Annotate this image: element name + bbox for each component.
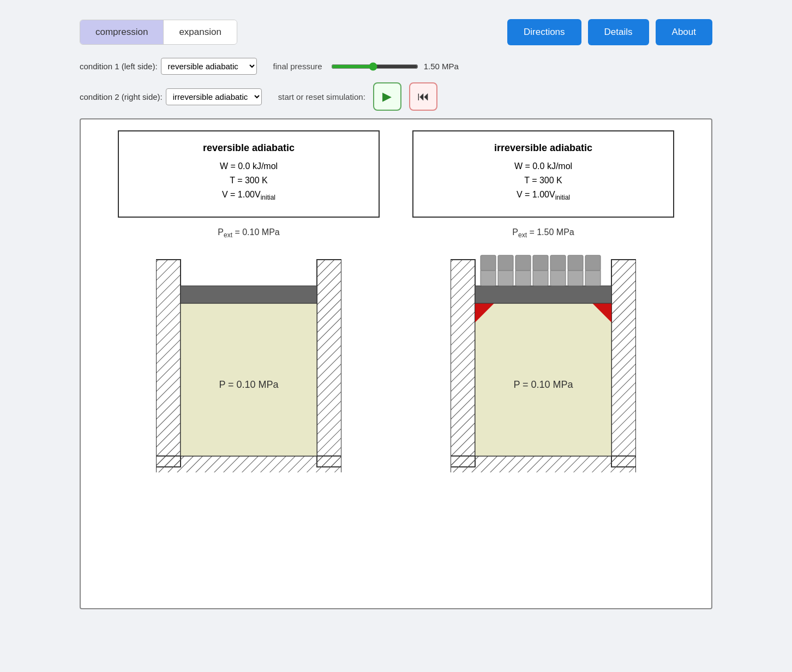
- svg-rect-23: [498, 255, 513, 271]
- reset-button[interactable]: ⏮: [409, 82, 437, 111]
- app-container: compression expansion Directions Details…: [69, 11, 723, 609]
- play-button[interactable]: ▶: [373, 82, 401, 111]
- svg-rect-10: [451, 456, 636, 472]
- pressure-display: 1.50 MPa: [424, 62, 459, 71]
- controls-row-1: condition 1 (left side): reversible adia…: [69, 53, 723, 79]
- condition2-select[interactable]: reversible adiabatic irreversible adiaba…: [166, 88, 262, 105]
- details-button[interactable]: Details: [588, 19, 649, 45]
- right-pext: Pext = 1.50 MPa: [512, 227, 574, 239]
- svg-rect-5: [181, 286, 317, 303]
- svg-rect-2: [317, 260, 341, 467]
- about-button[interactable]: About: [656, 19, 712, 45]
- svg-rect-25: [533, 255, 548, 271]
- svg-rect-24: [515, 255, 531, 271]
- sim-area: reversible adiabatic W = 0.0 kJ/mol T = …: [80, 118, 712, 609]
- svg-rect-9: [611, 260, 636, 467]
- left-cylinder: P = 0.10 MPa: [156, 243, 341, 475]
- right-T: T = 300 K: [430, 176, 657, 185]
- svg-rect-27: [568, 255, 583, 271]
- svg-rect-20: [568, 269, 583, 286]
- top-bar: compression expansion Directions Details…: [69, 11, 723, 53]
- right-W: W = 0.0 kJ/mol: [430, 161, 657, 171]
- left-V: V = 1.00Vinitial: [135, 190, 362, 201]
- slider-container: 1.50 MPa: [331, 62, 459, 71]
- left-W: W = 0.0 kJ/mol: [135, 161, 362, 171]
- tab-group: compression expansion: [80, 20, 237, 45]
- right-cylinder: P = 0.10 MPa: [451, 243, 636, 475]
- svg-rect-19: [550, 269, 566, 286]
- svg-rect-28: [585, 255, 601, 271]
- pressure-slider[interactable]: [331, 62, 418, 71]
- condition1-label: condition 1 (left side):: [80, 62, 158, 71]
- svg-rect-14: [475, 286, 611, 303]
- left-title: reversible adiabatic: [135, 142, 362, 154]
- final-pressure-label: final pressure: [273, 62, 322, 71]
- right-controls-1: final pressure 1.50 MPa: [273, 62, 459, 71]
- condition2-label: condition 2 (right side):: [80, 92, 163, 101]
- sim-panels: reversible adiabatic W = 0.0 kJ/mol T = …: [92, 130, 700, 475]
- controls-row-2: condition 2 (right side): reversible adi…: [69, 79, 723, 118]
- svg-rect-21: [585, 269, 601, 286]
- svg-rect-1: [156, 260, 181, 467]
- left-info-box: reversible adiabatic W = 0.0 kJ/mol T = …: [118, 130, 380, 218]
- svg-rect-22: [481, 255, 496, 271]
- right-panel: irreversible adiabatic W = 0.0 kJ/mol T …: [412, 130, 674, 475]
- right-info-box: irreversible adiabatic W = 0.0 kJ/mol T …: [412, 130, 674, 218]
- nav-buttons: Directions Details About: [507, 19, 712, 45]
- svg-rect-17: [515, 269, 531, 286]
- svg-text:P = 0.10 MPa: P = 0.10 MPa: [513, 379, 573, 390]
- svg-rect-15: [481, 269, 496, 286]
- left-T: T = 300 K: [135, 176, 362, 185]
- left-panel: reversible adiabatic W = 0.0 kJ/mol T = …: [118, 130, 380, 475]
- svg-rect-16: [498, 269, 513, 286]
- sim-controls: start or reset simulation: ▶ ⏮: [278, 82, 437, 111]
- directions-button[interactable]: Directions: [507, 19, 581, 45]
- svg-rect-26: [550, 255, 566, 271]
- condition1-select[interactable]: reversible adiabatic irreversible adiaba…: [161, 58, 257, 75]
- svg-text:P = 0.10 MPa: P = 0.10 MPa: [219, 379, 279, 390]
- right-title: irreversible adiabatic: [430, 142, 657, 154]
- svg-rect-8: [451, 260, 475, 467]
- tab-expansion[interactable]: expansion: [164, 20, 237, 44]
- svg-rect-3: [156, 456, 341, 472]
- left-pext: Pext = 0.10 MPa: [218, 227, 279, 239]
- tab-compression[interactable]: compression: [80, 20, 164, 44]
- right-V: V = 1.00Vinitial: [430, 190, 657, 201]
- svg-rect-18: [533, 269, 548, 286]
- sim-label: start or reset simulation:: [278, 92, 365, 101]
